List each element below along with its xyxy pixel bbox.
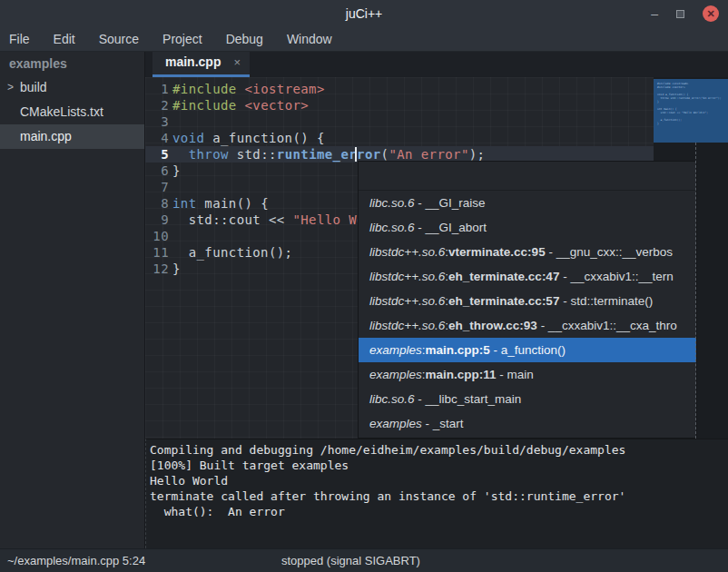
sidebar-item-build[interactable]: >build	[0, 75, 144, 100]
code-text: void a_function() {	[169, 130, 325, 146]
code-text: }	[169, 261, 181, 277]
line-number: 3	[145, 113, 169, 130]
code-line-2: 2#include <vector>	[145, 97, 654, 113]
title-bar: juCi++ – ✕	[0, 0, 728, 27]
menu-item-debug[interactable]: Debug	[226, 32, 263, 46]
code-text: a_function();	[169, 244, 292, 261]
window-title: juCi++	[346, 6, 382, 21]
close-icon[interactable]: ✕	[703, 5, 719, 22]
menu-item-project[interactable]: Project	[162, 32, 202, 46]
code-text: int main() {	[169, 195, 269, 212]
backtrace-item-3[interactable]: libstdc++.so.6:eh_terminate.cc:47 - __cx…	[359, 264, 696, 289]
line-number: 10	[145, 228, 169, 244]
line-number: 4	[145, 130, 169, 146]
code-text	[169, 179, 172, 195]
line-number: 2	[145, 97, 169, 113]
backtrace-item-9[interactable]: examples - _start	[359, 411, 696, 436]
backtrace-filter-entry[interactable]	[359, 162, 696, 191]
tab-close-icon[interactable]: ×	[233, 55, 241, 69]
code-text: #include <iostream>	[169, 81, 325, 97]
line-number: 7	[145, 179, 169, 195]
window-controls: – ✕	[651, 0, 719, 27]
line-number: 11	[145, 244, 169, 261]
backtrace-item-7[interactable]: examples:main.cpp:11 - main	[359, 362, 696, 387]
sidebar-item-label: CMakeLists.txt	[20, 100, 103, 124]
backtrace-item-5[interactable]: libstdc++.so.6:eh_throw.cc:93 - __cxxabi…	[359, 313, 696, 338]
line-number: 8	[145, 195, 169, 212]
status-file-position: ~/examples/main.cpp 5:24	[7, 549, 145, 572]
menu-item-file[interactable]: File	[9, 32, 30, 46]
backtrace-popup: libc.so.6 - __GI_raiselibc.so.6 - __GI_a…	[358, 161, 697, 439]
menu-item-edit[interactable]: Edit	[54, 32, 75, 46]
code-text: }	[169, 163, 181, 179]
terminal-output[interactable]: Compiling and debugging /home/eidheim/ex…	[145, 439, 728, 548]
backtrace-item-6[interactable]: examples:main.cpp:5 - a_function()	[359, 338, 696, 362]
sidebar-item-label: build	[20, 75, 47, 100]
minimize-icon[interactable]: –	[651, 0, 658, 27]
line-number: 12	[145, 261, 169, 277]
code-text	[169, 113, 172, 130]
project-name: examples	[0, 52, 144, 75]
juci-window: juCi++ – ✕ FileEditSourceProjectDebugWin…	[0, 0, 728, 572]
code-text	[169, 228, 172, 244]
minimap-slider[interactable]: #include <iostream> #include <vector> vo…	[654, 79, 728, 143]
tab-label: main.cpp	[165, 54, 221, 69]
backtrace-item-2[interactable]: libstdc++.so.6:vterminate.cc:95 - __gnu_…	[359, 240, 696, 264]
line-number: 5	[145, 146, 169, 163]
code-line-4: 4void a_function() {	[145, 130, 654, 146]
status-debug-state: stopped (signal SIGABRT)	[281, 549, 420, 572]
status-bar: ~/examples/main.cpp 5:24 stopped (signal…	[0, 548, 728, 572]
backtrace-item-1[interactable]: libc.so.6 - __GI_abort	[359, 215, 696, 240]
text-cursor	[355, 147, 357, 162]
sidebar-item-cmakelists-txt[interactable]: CMakeLists.txt	[0, 100, 144, 124]
code-line-1: 1#include <iostream>	[145, 81, 654, 97]
right-margin-line	[695, 143, 696, 439]
restore-icon[interactable]	[676, 10, 684, 18]
line-number: 9	[145, 212, 169, 228]
line-number: 1	[145, 81, 169, 97]
backtrace-item-0[interactable]: libc.so.6 - __GI_raise	[359, 191, 696, 215]
line-number: 6	[145, 163, 169, 179]
file-tree-sidebar: examples >buildCMakeLists.txtmain.cpp	[0, 52, 145, 548]
tab-main-cpp[interactable]: main.cpp ×	[152, 52, 250, 77]
tab-bar: main.cpp ×	[145, 52, 728, 77]
sidebar-item-main-cpp[interactable]: main.cpp	[0, 124, 144, 149]
menu-item-source[interactable]: Source	[99, 32, 139, 46]
menu-item-window[interactable]: Window	[287, 32, 332, 46]
backtrace-item-8[interactable]: libc.so.6 - __libc_start_main	[359, 387, 696, 411]
code-line-3: 3	[145, 113, 654, 130]
minimap-code: #include <iostream> #include <vector> vo…	[654, 79, 728, 125]
sidebar-item-label: main.cpp	[20, 124, 72, 149]
backtrace-item-4[interactable]: libstdc++.so.6:eh_terminate.cc:57 - std:…	[359, 289, 696, 313]
chevron-right-icon[interactable]: >	[7, 75, 20, 100]
code-text: #include <vector>	[169, 97, 309, 113]
menu-bar: FileEditSourceProjectDebugWindow	[0, 27, 728, 52]
